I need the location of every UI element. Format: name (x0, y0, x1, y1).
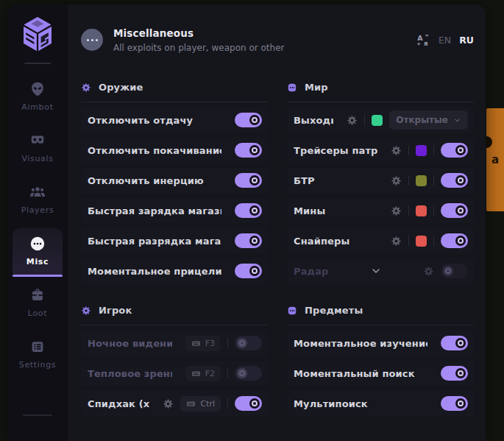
chevron-down-icon[interactable] (370, 265, 382, 277)
toggle-knob (249, 115, 260, 125)
gear-icon[interactable] (163, 398, 174, 409)
row-exits: Выходы Открытые (287, 107, 474, 133)
toggle-knob (455, 398, 466, 409)
row-label: Быстрая разрядка магазинов (88, 236, 221, 247)
toggle-fast-magazine-unload[interactable] (235, 233, 262, 248)
items-icon (287, 305, 297, 315)
toggle-knob (249, 205, 260, 216)
row-label: Отключить отдачу (88, 115, 193, 126)
gear-icon[interactable] (391, 145, 402, 156)
row-label: Радар (294, 266, 329, 277)
goggles-icon (29, 133, 46, 149)
toggle-mines[interactable] (441, 203, 468, 218)
section-items-header: Предметы (287, 303, 474, 317)
toggle-disable-recoil[interactable] (235, 113, 262, 127)
row-disable-inertia: Отключить инерцию (81, 168, 268, 193)
row-label: Трейсеры патронов (294, 145, 377, 156)
toggle-knob (249, 398, 260, 409)
toggle-disable-sway[interactable] (235, 143, 262, 158)
row-disable-recoil: Отключить отдачу (81, 107, 268, 133)
list-icon (29, 339, 46, 355)
sidebar-item-label: Visuals (21, 154, 53, 163)
sidebar-item-visuals[interactable]: Visuals (13, 125, 63, 172)
row-label: БТР (294, 175, 315, 186)
sidebar-item-loot[interactable]: Loot (13, 280, 63, 326)
row-mines: Мины (287, 198, 474, 223)
row-label: Мины (294, 205, 325, 216)
keybind-night-vision[interactable]: F3 (185, 336, 221, 351)
page-title: Miscellaneous (113, 27, 284, 39)
sidebar-item-label: Loot (28, 308, 47, 318)
toggle-instant-research[interactable] (441, 336, 468, 350)
toggle-radar[interactable] (441, 264, 468, 278)
section-underline (287, 102, 474, 102)
toggle-knob (249, 266, 260, 276)
row-btr: БТР (287, 168, 474, 193)
toggle-knob (455, 175, 466, 186)
toggle-night-vision[interactable] (235, 336, 262, 350)
color-swatch-mines[interactable] (416, 205, 427, 216)
row-radar: Радар (287, 258, 474, 283)
gear-icon[interactable] (391, 205, 402, 216)
gear-icon[interactable] (347, 115, 358, 126)
toggle-instant-ads[interactable] (235, 264, 262, 278)
lang-ru-button[interactable]: RU (459, 35, 474, 46)
toggle-bullet-tracers[interactable] (441, 143, 468, 158)
toggle-instant-search[interactable] (441, 366, 468, 381)
keybind-label: F3 (205, 339, 215, 348)
row-label: Спидхак (x1.8) (88, 398, 149, 409)
sidebar-item-label: Players (21, 205, 54, 215)
row-instant-ads: Моментальное прицеливание (81, 258, 268, 283)
page-subtitle: All exploits on player, weapon or other (113, 43, 284, 53)
toggle-knob (249, 145, 260, 155)
toggle-speedhack[interactable] (235, 396, 262, 411)
toggle-knob (455, 205, 466, 216)
row-bullet-tracers: Трейсеры патронов (287, 138, 474, 163)
sg-cube-logo-icon (21, 16, 54, 53)
color-swatch-exits[interactable] (372, 115, 383, 126)
row-label: Моментальное прицеливание (88, 266, 221, 277)
toggle-knob (455, 338, 466, 348)
sidebar-item-players[interactable]: Players (13, 177, 63, 223)
gear-icon[interactable] (391, 236, 402, 247)
lang-en-button[interactable]: EN (439, 35, 451, 46)
toggle-btr[interactable] (441, 173, 468, 188)
sidebar-item-label: Aimbot (21, 102, 53, 112)
keybind-speedhack[interactable]: Ctrl (180, 396, 221, 412)
players-icon (29, 184, 46, 200)
exits-dropdown[interactable]: Открытые (389, 110, 468, 130)
page-header: Miscellaneous All exploits on player, we… (81, 4, 474, 68)
sidebar-item-settings[interactable]: Settings (13, 331, 63, 378)
row-fast-magazine-unload: Быстрая разрядка магазинов (81, 228, 268, 253)
color-swatch-tracers[interactable] (416, 145, 427, 156)
misc-avatar-icon (81, 29, 103, 51)
gear-icon[interactable] (423, 266, 434, 277)
sidebar-nav: Aimbot Visuals Players Misc Loot Setting… (7, 68, 68, 378)
sidebar-item-label: Settings (19, 360, 56, 370)
row-label: Отключить инерцию (88, 175, 204, 186)
keybind-thermal-vision[interactable]: F2 (185, 366, 221, 381)
color-swatch-snipers[interactable] (416, 236, 427, 247)
toggle-multi-search[interactable] (441, 396, 468, 411)
sidebar-item-aimbot[interactable]: Aimbot (13, 74, 63, 120)
color-swatch-btr[interactable] (416, 175, 427, 186)
toggle-fast-magazine-load[interactable] (235, 203, 262, 218)
sidebar: Aimbot Visuals Players Misc Loot Setting… (7, 4, 68, 441)
row-speedhack: Спидхак (x1.8) Ctrl (81, 391, 268, 416)
toggle-disable-inertia[interactable] (235, 173, 262, 188)
gear-icon[interactable] (391, 175, 402, 186)
row-label: Мультипоиск (294, 398, 368, 409)
sidebar-item-misc[interactable]: Misc (13, 228, 63, 275)
keyboard-icon (191, 339, 201, 348)
dots-circle-icon (29, 236, 46, 252)
toggle-knob (249, 175, 260, 186)
translate-icon (416, 33, 430, 47)
section-weapon-header: Оружие (81, 80, 268, 94)
section-title: Предметы (305, 305, 363, 316)
toggle-thermal-vision[interactable] (235, 366, 262, 381)
header-text: Miscellaneous All exploits on player, we… (113, 27, 284, 53)
gear-icon (81, 82, 91, 92)
background-game-element: a (486, 108, 504, 211)
right-column: Мир Выходы Открытые Трейсеры патронов (287, 68, 474, 441)
toggle-snipers[interactable] (441, 233, 468, 248)
